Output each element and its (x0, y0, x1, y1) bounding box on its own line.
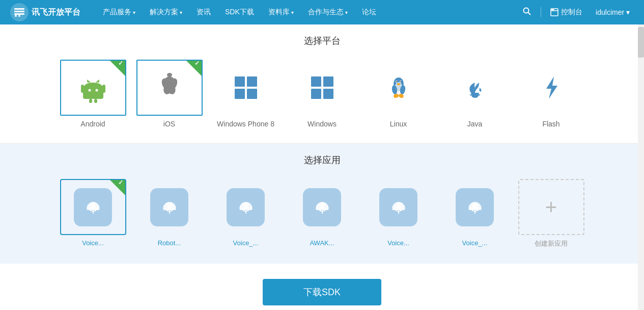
nav-solutions[interactable]: 解决方案▾ (143, 0, 189, 24)
console-button[interactable]: 控制台 (546, 6, 586, 19)
header-right: 控制台 idulcimer ▾ (518, 5, 634, 20)
app-icon-inner-2 (227, 188, 265, 226)
nav-product-service[interactable]: 产品服务▾ (96, 0, 143, 24)
platform-java[interactable]: Java (442, 60, 508, 128)
logo-text: 讯飞开放平台 (32, 7, 80, 18)
svg-point-4 (18, 15, 20, 17)
linux-icon (383, 72, 414, 103)
nav-news[interactable]: 资讯 (189, 0, 218, 24)
svg-rect-0 (14, 8, 24, 10)
app-title: 选择应用 (31, 154, 613, 166)
svg-rect-23 (247, 76, 257, 87)
app-label-2: Voice_... (233, 239, 259, 247)
app-item-0[interactable]: Voice... (60, 179, 126, 247)
app-label-5: Voice_... (462, 239, 488, 247)
svg-rect-51 (473, 203, 477, 210)
svg-rect-28 (311, 89, 321, 99)
user-menu[interactable]: idulcimer ▾ (592, 6, 634, 18)
app-label-1: Robot... (158, 239, 181, 247)
platform-flash-label: Flash (542, 120, 559, 128)
svg-rect-49 (397, 203, 401, 210)
platform-android[interactable]: Android (60, 60, 126, 128)
svg-rect-41 (91, 203, 95, 210)
selected-checkmark (110, 61, 125, 76)
app-icon-box-4 (366, 179, 432, 235)
scrollbar-thumb[interactable] (638, 27, 644, 58)
platform-ios-box (136, 60, 203, 116)
platform-section: 选择平台 Android (0, 24, 644, 144)
platform-wp8[interactable]: Windows Phone 8 (213, 60, 279, 128)
app-item-3[interactable]: AWAK... (289, 179, 355, 247)
app-label-3: AWAK... (310, 239, 334, 247)
app-icon-inner-5 (456, 188, 494, 226)
logo-icon (10, 3, 29, 21)
scrollbar-track[interactable] (638, 24, 644, 310)
svg-point-36 (397, 83, 400, 85)
svg-point-5 (524, 8, 529, 13)
svg-rect-14 (102, 85, 105, 93)
download-sdk-button[interactable]: 下载SDK (263, 279, 381, 305)
platform-linux[interactable]: Linux (366, 60, 432, 128)
platform-windows[interactable]: Windows (289, 60, 355, 128)
app-grid: Voice... Robot... (31, 179, 613, 248)
platform-flash[interactable]: Flash (518, 60, 584, 128)
app-item-1[interactable]: Robot... (136, 179, 203, 247)
svg-rect-16 (94, 99, 97, 103)
platform-ios[interactable]: iOS (136, 60, 203, 128)
svg-rect-47 (320, 203, 324, 210)
svg-point-3 (15, 15, 17, 17)
mic-cloud-icon-2 (236, 197, 256, 217)
app-item-4[interactable]: Voice... (366, 179, 432, 247)
app-checkmark-0 (110, 180, 125, 195)
plus-icon: + (545, 197, 557, 217)
app-label-4: Voice... (387, 239, 409, 247)
platform-linux-box (366, 60, 432, 116)
svg-rect-43 (167, 203, 172, 210)
svg-point-18 (95, 89, 98, 92)
download-section: 下载SDK (0, 264, 644, 310)
create-app-label: 创建新应用 (535, 239, 568, 248)
svg-point-10 (553, 9, 554, 10)
app-label-0: Voice... (82, 239, 104, 247)
mic-cloud-icon-3 (312, 197, 332, 217)
app-icon-box-1 (136, 179, 203, 235)
main-nav: 产品服务▾ 解决方案▾ 资讯 SDK下载 资料库▾ 合作与生态▾ 论坛 (96, 0, 518, 24)
svg-point-39 (393, 93, 399, 98)
app-icon-inner-3 (303, 188, 341, 226)
nav-cooperation[interactable]: 合作与生态▾ (301, 0, 355, 24)
app-icon-box-0 (60, 179, 126, 235)
platform-android-label: Android (80, 120, 105, 128)
svg-point-35 (400, 81, 401, 82)
svg-rect-29 (323, 89, 333, 99)
platform-flash-box (518, 60, 584, 116)
app-icon-inner-0 (74, 188, 112, 226)
selected-checkmark-ios (186, 61, 202, 76)
search-button[interactable] (518, 5, 536, 20)
app-icon-inner-4 (379, 188, 417, 226)
svg-point-9 (552, 9, 553, 10)
nav-forum[interactable]: 论坛 (355, 0, 383, 24)
platform-ios-label: iOS (163, 120, 175, 128)
logo[interactable]: 讯飞开放平台 (10, 3, 80, 21)
mic-cloud-icon-4 (388, 197, 409, 217)
app-section: 选择应用 Voice... (0, 144, 644, 264)
platform-title: 选择平台 (31, 35, 613, 47)
nav-resources[interactable]: 资料库▾ (261, 0, 301, 24)
svg-rect-2 (14, 13, 24, 15)
svg-line-6 (528, 13, 531, 15)
app-icon-box-2 (213, 179, 279, 235)
nav-sdk-download[interactable]: SDK下载 (218, 0, 261, 24)
svg-rect-26 (311, 76, 321, 87)
create-app-item[interactable]: + 创建新应用 (518, 179, 584, 248)
svg-point-40 (398, 93, 404, 98)
app-item-2[interactable]: Voice_... (213, 179, 279, 247)
mic-cloud-icon-5 (465, 197, 485, 217)
app-icon-box-3 (289, 179, 355, 235)
platform-windows-label: Windows (307, 120, 337, 128)
platform-java-label: Java (467, 120, 483, 128)
platform-grid: Android iOS Windo (31, 60, 613, 128)
flash-icon (536, 72, 567, 103)
svg-point-21 (167, 73, 172, 77)
svg-rect-25 (247, 89, 257, 99)
app-item-5[interactable]: Voice_... (442, 179, 508, 247)
